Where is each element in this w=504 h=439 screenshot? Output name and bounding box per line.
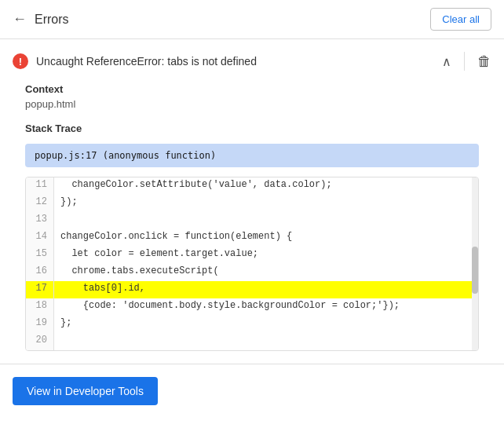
stack-trace-section: Stack Trace	[13, 123, 491, 134]
delete-icon[interactable]: 🗑	[477, 53, 491, 70]
line-content: changeColor.setAttribute('value', data.c…	[54, 177, 478, 195]
header-left: ← Errors	[13, 11, 69, 27]
code-line: 20	[26, 333, 478, 350]
context-section: Context popup.html	[13, 83, 491, 110]
error-message: Uncaught ReferenceError: tabs is not def…	[36, 55, 257, 68]
line-content	[54, 333, 478, 350]
line-number: 14	[26, 229, 54, 247]
divider	[464, 52, 465, 71]
main-content: ! Uncaught ReferenceError: tabs is not d…	[0, 39, 504, 418]
code-line: 17 tabs[0].id,	[26, 281, 478, 298]
code-block: 11 changeColor.setAttribute('value', dat…	[25, 177, 479, 351]
line-number: 13	[26, 212, 54, 229]
line-number: 19	[26, 316, 54, 333]
stack-trace-pill: popup.js:17 (anonymous function)	[25, 144, 479, 167]
scrollbar-thumb[interactable]	[472, 247, 478, 294]
code-line: 13	[26, 212, 478, 229]
error-card: ! Uncaught ReferenceError: tabs is not d…	[0, 39, 504, 364]
line-content: });	[54, 195, 478, 212]
line-content: let color = element.target.value;	[54, 247, 478, 264]
footer: View in Developer Tools	[0, 364, 504, 418]
line-number: 11	[26, 177, 54, 195]
line-number: 16	[26, 264, 54, 281]
line-content	[54, 212, 478, 229]
error-header: ! Uncaught ReferenceError: tabs is not d…	[13, 52, 491, 71]
line-content: };	[54, 316, 478, 333]
code-line: 19};	[26, 316, 478, 333]
line-number: 18	[26, 298, 54, 316]
code-line: 14changeColor.onclick = function(element…	[26, 229, 478, 247]
line-number: 17	[26, 281, 54, 298]
error-icon: !	[13, 53, 28, 69]
code-line: 11 changeColor.setAttribute('value', dat…	[26, 177, 478, 195]
line-content: {code: 'document.body.style.backgroundCo…	[54, 298, 478, 316]
code-line: 15 let color = element.target.value;	[26, 247, 478, 264]
dev-tools-button[interactable]: View in Developer Tools	[13, 377, 158, 405]
line-content: tabs[0].id,	[54, 281, 478, 298]
back-icon[interactable]: ←	[13, 11, 27, 27]
page-title: Errors	[35, 13, 69, 27]
code-line: 12});	[26, 195, 478, 212]
header: ← Errors Clear all	[0, 0, 504, 39]
line-number: 12	[26, 195, 54, 212]
line-number: 15	[26, 247, 54, 264]
code-scrollbar[interactable]	[472, 177, 478, 350]
line-number: 20	[26, 333, 54, 350]
context-value: popup.html	[25, 98, 479, 110]
stack-trace-label: Stack Trace	[25, 123, 479, 134]
line-content: changeColor.onclick = function(element) …	[54, 229, 478, 247]
line-content: chrome.tabs.executeScript(	[54, 264, 478, 281]
code-line: 16 chrome.tabs.executeScript(	[26, 264, 478, 281]
error-header-left: ! Uncaught ReferenceError: tabs is not d…	[13, 53, 257, 69]
clear-all-button[interactable]: Clear all	[430, 8, 491, 31]
error-actions: ∧ 🗑	[442, 52, 491, 71]
collapse-icon[interactable]: ∧	[442, 54, 451, 69]
code-line: 18 {code: 'document.body.style.backgroun…	[26, 298, 478, 316]
context-label: Context	[25, 83, 479, 95]
